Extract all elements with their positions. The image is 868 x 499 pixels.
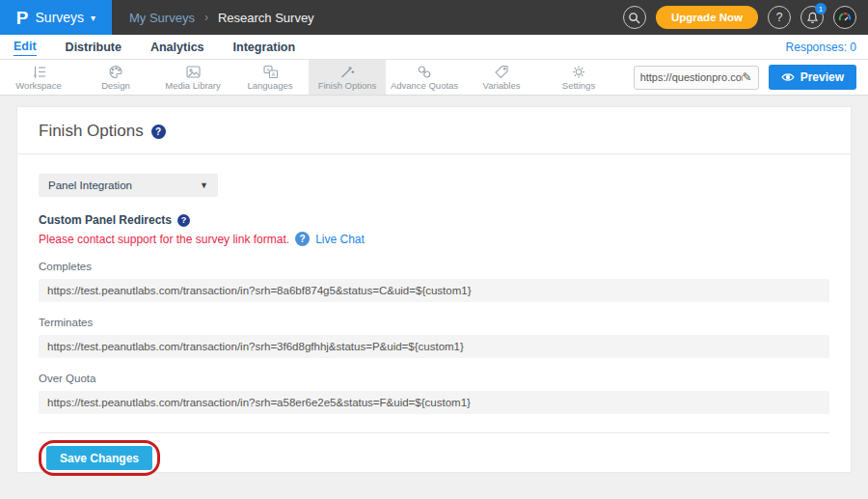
- support-note-row: Please contact support for the survey li…: [39, 232, 829, 246]
- dropdown-selected-value: Panel Integration: [48, 180, 132, 191]
- section-title: Custom Panel Redirects: [39, 213, 172, 227]
- finish-options-card: Finish Options ? Panel Integration ▼ Cus…: [17, 107, 851, 472]
- tab-distribute[interactable]: Distribute: [66, 39, 122, 56]
- gauge-avatar-icon: [837, 10, 853, 25]
- tab-integration[interactable]: Integration: [233, 39, 296, 56]
- responses-count[interactable]: Responses: 0: [786, 41, 856, 54]
- questionpro-app: P Surveys ▾ My Surveys › Research Survey…: [0, 0, 868, 499]
- edit-url-icon[interactable]: ✎: [743, 70, 752, 84]
- over-quota-label: Over Quota: [39, 373, 829, 384]
- image-icon: [185, 65, 202, 79]
- search-icon: [628, 12, 640, 24]
- live-chat-help-icon[interactable]: ?: [295, 232, 310, 246]
- support-note: Please contact support for the survey li…: [39, 233, 289, 246]
- questionpro-logo: P: [16, 9, 29, 27]
- toolbar-item-finish-options[interactable]: Finish Options: [309, 60, 386, 95]
- topbar-actions: Upgrade Now ? 1: [623, 0, 868, 35]
- terminates-label: Terminates: [39, 317, 829, 328]
- survey-nav: Edit Distribute Analytics Integration Re…: [0, 35, 868, 60]
- custom-panel-redirects-header: Custom Panel Redirects ?: [39, 213, 829, 227]
- survey-url-field: ✎: [634, 66, 759, 90]
- page-title: Finish Options: [39, 122, 144, 141]
- divider: [39, 432, 829, 433]
- notifications-button[interactable]: 1: [800, 6, 824, 29]
- finish-options-help-icon[interactable]: ?: [151, 125, 166, 139]
- preview-label: Preview: [800, 70, 844, 84]
- chevron-down-icon: ▾: [91, 13, 95, 23]
- survey-url-input[interactable]: [640, 71, 743, 83]
- edit-toolbar: Workspace Design Media Library xA Langua…: [0, 60, 868, 96]
- custom-panel-redirects-help-icon[interactable]: ?: [177, 214, 190, 227]
- chain-link-icon: [417, 65, 432, 79]
- breadcrumb-my-surveys[interactable]: My Surveys: [129, 11, 195, 25]
- magic-wand-icon: [339, 65, 355, 79]
- help-button[interactable]: ?: [768, 6, 791, 29]
- toolbar-item-workspace[interactable]: Workspace: [0, 60, 77, 95]
- toolbar-item-settings[interactable]: Settings: [540, 60, 617, 95]
- toolbar-item-media-library[interactable]: Media Library: [154, 60, 231, 95]
- toolbar-label: Workspace: [15, 80, 61, 91]
- breadcrumb-separator: ›: [204, 11, 208, 24]
- toolbar-label: Variables: [483, 80, 521, 91]
- toolbar-label: Design: [101, 80, 130, 91]
- gear-icon: [571, 65, 586, 79]
- red-highlight-annotation: Save Changes: [39, 440, 160, 476]
- terminates-url-input[interactable]: [39, 335, 829, 358]
- palette-icon: [108, 65, 123, 79]
- tab-edit[interactable]: Edit: [14, 38, 37, 56]
- upgrade-now-button[interactable]: Upgrade Now: [656, 6, 758, 29]
- breadcrumb: My Surveys › Research Survey: [112, 0, 314, 35]
- toolbar-item-advance-quotas[interactable]: Advance Quotas: [386, 60, 463, 95]
- main-content: Finish Options ? Panel Integration ▼ Cus…: [0, 96, 868, 499]
- over-quota-url-input[interactable]: [39, 391, 829, 414]
- translate-icon: xA: [262, 65, 279, 79]
- toolbar-item-languages[interactable]: xA Languages: [231, 60, 309, 95]
- toolbar-label: Finish Options: [318, 80, 377, 91]
- toolbar-label: Languages: [247, 80, 292, 91]
- toolbar-right: ✎ Preview: [634, 60, 868, 95]
- finish-type-dropdown[interactable]: Panel Integration ▼: [39, 174, 218, 197]
- save-changes-button[interactable]: Save Changes: [46, 446, 152, 470]
- chevron-down-icon: ▼: [200, 180, 208, 190]
- toolbar-label: Advance Quotas: [391, 80, 458, 91]
- completes-label: Completes: [39, 261, 829, 272]
- account-avatar[interactable]: [833, 6, 856, 29]
- tab-analytics[interactable]: Analytics: [150, 39, 204, 56]
- breadcrumb-current-survey: Research Survey: [218, 11, 314, 25]
- toolbar-label: Settings: [562, 80, 595, 91]
- notification-badge: 1: [815, 3, 827, 14]
- top-bar: P Surveys ▾ My Surveys › Research Survey…: [0, 0, 868, 35]
- live-chat-link[interactable]: Live Chat: [315, 233, 365, 246]
- save-row: Save Changes: [39, 440, 829, 476]
- search-button[interactable]: [623, 6, 646, 29]
- toolbar-item-design[interactable]: Design: [77, 60, 154, 95]
- tag-icon: [494, 65, 509, 79]
- eye-icon: [781, 72, 795, 82]
- svg-text:A: A: [271, 70, 275, 76]
- toolbar-item-variables[interactable]: Variables: [463, 60, 540, 95]
- card-body: Panel Integration ▼ Custom Panel Redirec…: [17, 154, 851, 476]
- product-name: Surveys: [36, 10, 85, 25]
- product-switcher[interactable]: P Surveys ▾: [0, 0, 112, 35]
- completes-url-input[interactable]: [39, 279, 829, 302]
- toolbar-label: Media Library: [165, 80, 221, 91]
- card-header: Finish Options ?: [17, 107, 851, 154]
- preview-button[interactable]: Preview: [769, 65, 856, 90]
- workspace-icon: [31, 65, 47, 79]
